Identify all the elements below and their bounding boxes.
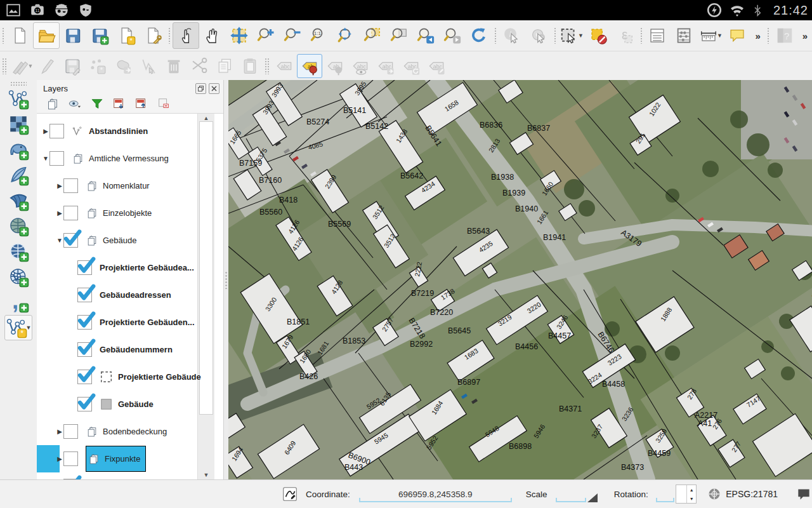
add-mssql-layer-button[interactable] (4, 188, 32, 213)
close-panel-button[interactable] (209, 83, 219, 94)
layer-checkbox[interactable] (63, 178, 78, 193)
add-vector-layer-button[interactable] (4, 86, 32, 112)
spin-down-icon[interactable]: ▼ (687, 494, 696, 503)
refresh-button[interactable] (466, 22, 492, 49)
add-wms-layer-button[interactable] (4, 213, 32, 239)
add-postgis-layer-button[interactable] (4, 137, 32, 163)
rename-box[interactable]: Fixpunkte (86, 446, 146, 472)
dropdown-arrow-icon[interactable]: ▼ (717, 32, 723, 39)
layer-item-amtliche-vermessung[interactable]: ▼Amtliche Vermessung (37, 145, 194, 172)
layer-item-projektierte-geb-udea[interactable]: Projektierte Gebäudea... (37, 254, 194, 281)
tracking-icon[interactable] (282, 486, 298, 502)
panel-resize-handle[interactable] (224, 80, 228, 479)
layer-checkbox[interactable] (77, 288, 92, 302)
new-from-template-button[interactable]: * (113, 22, 140, 49)
open-project-button[interactable] (33, 22, 60, 49)
expand-all-button[interactable] (111, 96, 128, 112)
toolbar-drag-handle[interactable] (494, 27, 497, 44)
select-features-button[interactable]: ▼ (558, 22, 585, 49)
layer-item-geb-udenummern[interactable]: Gebäudenummern (37, 336, 194, 363)
layer-checkbox[interactable] (77, 342, 92, 357)
expander-icon[interactable]: ▼ (42, 155, 49, 162)
filter-legend-button[interactable] (89, 96, 105, 112)
layer-checkbox[interactable] (49, 124, 64, 138)
layer-item-partial[interactable] (37, 472, 194, 479)
spin-up-icon[interactable]: ▲ (687, 485, 696, 494)
layer-item-geb-ude[interactable]: Gebäude (37, 391, 194, 418)
toolbar-drag-handle[interactable] (265, 58, 270, 74)
add-spatialite-layer-button[interactable] (4, 163, 32, 188)
save-project-as-button[interactable] (86, 22, 113, 49)
pin-labels-button[interactable]: ab (297, 54, 322, 78)
float-panel-button[interactable] (195, 83, 206, 94)
log-messages-icon[interactable] (796, 486, 812, 502)
toolbar-drag-handle[interactable] (767, 27, 769, 44)
expander-icon[interactable]: ▶ (56, 210, 63, 217)
toolbar-drag-handle[interactable] (2, 27, 4, 44)
add-wcs-layer-button[interactable] (4, 239, 32, 264)
toolbar-drag-handle[interactable] (554, 27, 556, 44)
layer-item-nomenklatur[interactable]: ▶Nomenklatur (37, 172, 194, 199)
dropdown-arrow-icon[interactable]: ▼ (28, 63, 34, 69)
new-project-button[interactable] (6, 22, 33, 49)
expander-icon[interactable]: ▶ (56, 428, 63, 435)
zoom-next-button[interactable] (439, 22, 466, 49)
zoom-to-selection-button[interactable] (359, 22, 386, 49)
coordinate-input[interactable]: 696959.8,245358.9 (359, 485, 512, 504)
scale-combobox[interactable] (556, 485, 597, 504)
layer-item-bodenbedeckung[interactable]: ▶Bodenbedeckung (37, 418, 194, 445)
dropdown-arrow-icon[interactable]: ▼ (578, 32, 584, 39)
layer-item-fixpunkte[interactable]: ▶Fixpunkte (37, 445, 194, 472)
overflow-button[interactable]: » (798, 22, 812, 49)
new-shapefile-layer-button[interactable]: *▼ (4, 315, 32, 340)
scroll-up-icon[interactable]: ▲ (198, 115, 214, 121)
pan-button[interactable] (199, 22, 226, 49)
layer-checkbox[interactable] (63, 206, 78, 220)
collapse-all-button[interactable] (133, 96, 150, 112)
scrollbar-thumb[interactable] (199, 121, 213, 415)
zoom-to-layer-button[interactable] (386, 22, 412, 49)
layer-item-abstandslinien[interactable]: ▶Abstandslinien (37, 117, 194, 145)
map-canvas[interactable]: B5274B5141B5142B6836B6837B7159B7160B418B… (228, 80, 812, 479)
zoom-out-button[interactable] (279, 22, 306, 49)
rotation-input[interactable] (656, 485, 674, 504)
layer-item-einzelobjekte[interactable]: ▶Einzelobjekte (37, 199, 194, 227)
zoom-in-button[interactable] (252, 22, 279, 49)
expander-icon[interactable]: ▶ (56, 455, 63, 462)
remove-layer-button[interactable] (155, 96, 172, 112)
layer-checkbox[interactable] (63, 233, 78, 248)
expander-icon[interactable]: ▶ (56, 182, 63, 189)
add-raster-layer-button[interactable] (4, 112, 32, 137)
layer-item-geb-udeadressen[interactable]: Gebäudeadressen (37, 281, 194, 309)
expander-icon[interactable]: ▶ (42, 128, 49, 135)
layer-checkbox[interactable] (77, 315, 92, 330)
layer-checkbox[interactable] (63, 424, 78, 439)
layer-item-projektierte-geb-ude[interactable]: Projektierte Gebäude (37, 363, 194, 391)
attribute-table-button[interactable] (644, 22, 671, 49)
add-wfs-layer-button[interactable] (4, 264, 32, 290)
zoom-actual-button[interactable]: 1:1 (306, 22, 332, 49)
add-delimited-text-layer-button[interactable]: , (4, 290, 32, 315)
toolbar-drag-handle[interactable] (168, 27, 171, 44)
rotation-spinbox[interactable]: ▲▼ (676, 485, 697, 504)
toolbar-drag-handle[interactable] (640, 27, 643, 44)
add-group-button[interactable] (44, 96, 61, 112)
layer-checkbox[interactable] (77, 260, 92, 275)
measure-button[interactable]: ▼ (697, 22, 724, 49)
toolbar-drag-handle[interactable] (2, 58, 7, 74)
manage-visibility-button[interactable] (67, 96, 83, 112)
project-properties-button[interactable] (140, 22, 166, 49)
zoom-full-button[interactable] (332, 22, 359, 49)
scroll-down-icon[interactable]: ▼ (198, 472, 214, 478)
layer-checkbox[interactable] (49, 151, 64, 166)
layer-checkbox[interactable] (63, 451, 78, 466)
layer-checkbox[interactable] (77, 370, 92, 384)
deselect-features-button[interactable] (585, 22, 612, 49)
layer-checkbox[interactable] (77, 397, 92, 411)
crs-text[interactable]: EPSG:21781 (726, 489, 778, 499)
layer-item-projektierte-geb-uden[interactable]: Projektierte Gebäuden... (37, 309, 194, 336)
zoom-last-button[interactable] (412, 22, 439, 49)
pan-to-selection-button[interactable] (226, 22, 252, 49)
statistics-button[interactable] (671, 22, 697, 49)
overflow-button[interactable]: » (750, 22, 764, 49)
